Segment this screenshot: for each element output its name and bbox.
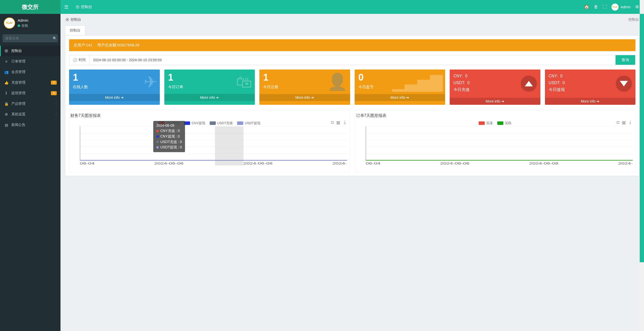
tooltip-dot-icon [156, 146, 159, 149]
recharge-usdt-value: 0 [467, 81, 470, 85]
settings-icon[interactable]: ⚙ [635, 4, 639, 10]
legend-swatch-icon [210, 121, 216, 125]
menu-icon: 👥 [4, 70, 9, 74]
sidebar-item-新闻公告[interactable]: ▤新闻公告 [0, 120, 60, 130]
legend-label: 买跌 [505, 121, 511, 125]
sidebar-item-系统设置[interactable]: ⚙系统设置〈 [0, 109, 60, 120]
tooltip-row: CNY提现 : 0 [156, 134, 182, 139]
stat-withdraw: CNY: 0 USDT: 0 今日提现 More info ➔ [545, 70, 636, 105]
svg-text:2024-06-10: 2024-06-10 [618, 161, 633, 165]
chart-tool-grid-icon[interactable]: ▦ [336, 120, 340, 125]
chart-orders-plot[interactable]: 00.20.40.60.812024-06-042024-06-062024-0… [355, 126, 635, 172]
home-icon[interactable]: 🏠 [584, 4, 589, 10]
topbar: ☰ ⦿ 控制台 🏠 🗑 ⛶ PLAY Admin ⚙ [60, 0, 644, 14]
user-name: Admin [18, 18, 28, 22]
chart-tool-grid-icon[interactable]: ▦ [622, 120, 626, 125]
scrollbar-thumb[interactable] [640, 14, 644, 262]
arrow-right-icon: ➔ [311, 95, 314, 100]
menu-label: 订单管理 [11, 59, 25, 64]
dashboard-icon: ⦿ [66, 18, 69, 22]
tooltip-date: 2024-06-09 [156, 123, 182, 128]
stat-withdraw-more[interactable]: More info ➔ [545, 98, 636, 105]
scrollbar-track[interactable] [640, 0, 644, 331]
chart-hover-band [215, 126, 243, 166]
time-range-input[interactable] [89, 55, 616, 65]
user-panel: PLAY Admin 在线 [0, 14, 60, 32]
menu-search-input[interactable] [3, 34, 52, 42]
user-status: 在线 [18, 23, 28, 28]
stat-orders-more[interactable]: More info ➔ [164, 94, 255, 101]
stat-online: 1 在线人数 ✈ More info ➔ [69, 70, 160, 105]
stat-register-more[interactable]: More info ➔ [259, 94, 350, 101]
dashboard-icon: ⦿ [76, 5, 79, 9]
tooltip-text: CNY充值 : 0 [160, 128, 180, 134]
legend-label: 买涨 [486, 121, 493, 125]
user-status-text: 在线 [21, 23, 28, 28]
stat-online-more[interactable]: More info ➔ [69, 94, 160, 101]
legend-item[interactable]: CNY提现 [184, 121, 205, 125]
menu-label: 产品管理 [11, 102, 25, 106]
sidebar-item-会员管理[interactable]: 👥会员管理 [0, 67, 60, 77]
content-tab-dashboard[interactable]: 控制台 [65, 25, 85, 35]
topbar-user[interactable]: PLAY Admin [611, 4, 631, 11]
total-users-label: 总用户: [74, 43, 86, 47]
menu-label: 系统设置 [11, 112, 25, 117]
chart-tool-download-icon[interactable]: ⭳ [628, 120, 633, 125]
stat-profit-more[interactable]: More info ➔ [355, 94, 445, 101]
paper-plane-icon: ✈ [144, 72, 157, 91]
sidebar-item-产品管理[interactable]: 🔒产品管理〈 [0, 98, 60, 109]
arrow-right-icon: ➔ [501, 99, 504, 103]
menu-icon: ⦿ [4, 49, 9, 53]
topbar-crumb-label: 控制台 [81, 5, 92, 9]
sidebar-item-充值管理[interactable]: 👍充值管理0 [0, 77, 60, 88]
legend-item[interactable]: 买涨 [479, 121, 493, 125]
query-button[interactable]: 查询 [616, 55, 635, 65]
chart-finance-plot[interactable]: 2024-06-09 CNY充值 : 0CNY提现 : 0USDT充值 : 0U… [69, 126, 350, 172]
legend-item[interactable]: USDT充值 [210, 121, 233, 125]
withdraw-usdt-value: 0 [563, 81, 565, 85]
stat-recharge-more[interactable]: More info ➔ [450, 98, 540, 105]
menu-label: 会员管理 [11, 70, 25, 74]
arrow-right-icon: ➔ [121, 95, 124, 100]
search-icon: 🔍 [53, 37, 57, 40]
svg-text:2024-06-08: 2024-06-08 [529, 161, 558, 165]
chart-tool-download-icon[interactable]: ⭳ [343, 120, 347, 125]
legend-item[interactable]: USDT提现 [237, 121, 260, 125]
time-filter-label: 🕒 时间 [69, 55, 89, 65]
menu-badge: 0 [51, 81, 57, 85]
clock-icon: 🕒 [73, 58, 77, 62]
tooltip-dot-icon [156, 141, 159, 143]
svg-text:2024-06-10: 2024-06-10 [332, 161, 347, 165]
stat-orders: 1 今日订单 🛍 More info ➔ [164, 70, 255, 105]
tooltip-row: CNY充值 : 0 [156, 128, 182, 134]
legend-label: USDT提现 [245, 121, 260, 125]
sidebar-toggle-button[interactable]: ☰ [60, 4, 72, 10]
menu-search[interactable]: 🔍 [3, 34, 58, 42]
fullscreen-icon[interactable]: ⛶ [603, 5, 607, 10]
stat-recharge: CNY: 0 USDT: 0 今日充值 More info ➔ [450, 70, 540, 105]
withdraw-cny-value: 0 [560, 74, 563, 78]
sidebar-item-控制台[interactable]: ⦿控制台 [0, 46, 60, 56]
chart-tool-data-icon[interactable]: ◘ [617, 120, 619, 125]
menu-search-button[interactable]: 🔍 [52, 34, 58, 42]
legend-item[interactable]: 买跌 [497, 121, 511, 125]
total-balance-value: 50327658.29 [117, 43, 139, 47]
topbar-avatar: PLAY [611, 4, 619, 11]
trash-icon[interactable]: 🗑 [594, 5, 598, 10]
chart-tool-data-icon[interactable]: ◘ [331, 120, 333, 125]
legend-swatch-icon [237, 121, 243, 125]
menu-label: 控制台 [11, 49, 22, 53]
chart-finance-legend: CNY充值CNY提现USDT充值USDT提现 ◘ ▦ ⭳ [69, 120, 350, 126]
breadcrumb-right: 控制台 [628, 17, 639, 22]
sidebar-item-提现管理[interactable]: ↧提现管理0 [0, 88, 60, 98]
user-avatar: PLAY [4, 17, 15, 29]
time-filter: 🕒 时间 查询 [69, 55, 635, 65]
tooltip-dot-icon [156, 135, 159, 138]
tooltip-row: USDT充值 : 0 [156, 139, 182, 145]
topbar-dashboard-tab[interactable]: ⦿ 控制台 [72, 0, 96, 14]
menu-label: 充值管理 [11, 80, 25, 85]
chevron-left-icon: 〈 [54, 102, 57, 106]
menu-label: 提现管理 [11, 91, 25, 95]
menu-icon: ≡ [4, 59, 9, 63]
sidebar-item-订单管理[interactable]: ≡订单管理 [0, 56, 60, 67]
